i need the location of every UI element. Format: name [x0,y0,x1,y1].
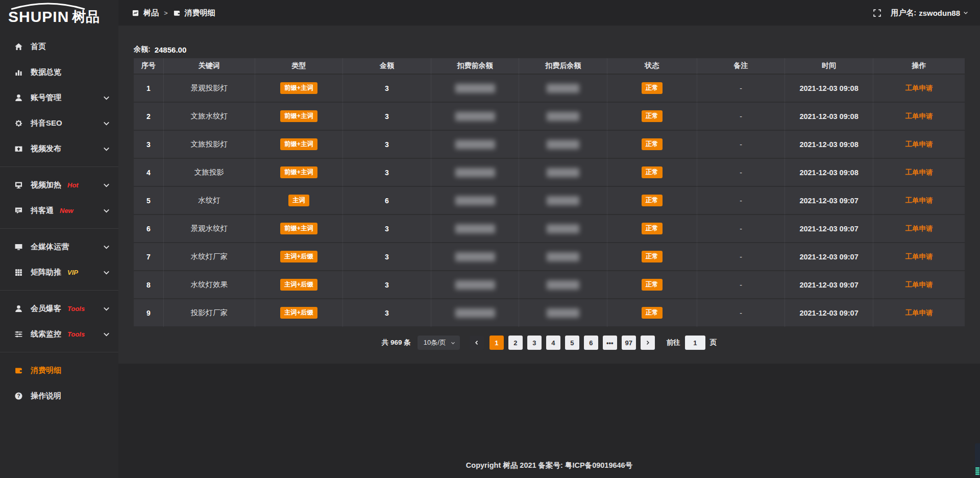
cell-type: 主词+后缀 [255,243,344,271]
page-button-5[interactable]: 5 [565,336,579,350]
sidebar-item-label: 视频加热 [31,180,61,190]
cell-balance-before [431,243,520,271]
cell-index: 3 [134,131,164,159]
sidebar-item-label: 数据总览 [31,67,61,77]
chevron-left-icon [474,340,480,346]
sidebar-item-label: 抖音SEO [31,118,62,128]
cell-index: 4 [134,159,164,187]
page-button-4[interactable]: 4 [546,336,560,350]
table-body: 1景观投影灯前缀+主词3正常-2021-12-03 09:08工单申请2文旅水纹… [134,75,965,327]
page-buttons: 123456•••97 [489,336,636,350]
chevron-right-icon [645,340,651,346]
time-text: 2021-12-03 09:07 [799,197,858,205]
cell-balance-before [431,159,520,187]
user-menu[interactable]: 用户名: zswodun88 [891,8,969,18]
status-badge: 正常 [642,138,663,151]
cell-type: 前缀+主词 [255,75,344,103]
cell-time: 2021-12-03 09:08 [785,131,873,159]
username-value: zswodun88 [919,9,960,17]
brand-logo[interactable]: SHUPIN 树品 [0,0,118,34]
sidebar-item-consume-detail[interactable]: 消费明细 [0,357,118,383]
work-order-link[interactable]: 工单申请 [905,225,933,232]
table-row: 1景观投影灯前缀+主词3正常-2021-12-03 09:08工单申请 [134,75,965,103]
work-order-link[interactable]: 工单申请 [905,197,933,204]
work-order-link[interactable]: 工单申请 [905,309,933,317]
sidebar-item-label: 全媒体运营 [31,242,69,252]
keyword-text: 投影灯厂家 [190,308,228,317]
row-index: 9 [146,309,151,317]
cell-keyword: 景观投影灯 [164,75,255,103]
work-order-link[interactable]: 工单申请 [905,140,933,148]
page-button-3[interactable]: 3 [527,336,542,350]
sidebar-item-account-manage[interactable]: 账号管理 [0,85,118,110]
time-text: 2021-12-03 09:07 [799,309,858,317]
page-button-97[interactable]: 97 [622,336,636,350]
row-index: 1 [146,84,151,92]
sidebar-item-matrix-boost[interactable]: 矩阵助推VIP [0,259,118,285]
sidebar-item-label: 账号管理 [31,93,61,103]
cell-balance-before [431,103,520,131]
sidebar-item-operation-guide[interactable]: ?操作说明 [0,383,118,409]
sidebar-item-douketong[interactable]: 抖客通New [0,198,118,223]
work-order-link[interactable]: 工单申请 [905,253,933,260]
keyword-text: 文旅投影 [194,168,224,176]
corner-widget[interactable] [975,443,980,476]
column-header-index: 序号 [134,58,164,75]
table-row: 7水纹灯厂家主词+后缀3正常-2021-12-03 09:07工单申请 [134,243,965,271]
type-badge: 主词+后缀 [280,307,317,319]
cell-index: 5 [134,187,164,215]
sidebar-item-douyin-seo[interactable]: 抖音SEO [0,110,118,136]
goto-label: 前往 [667,338,680,347]
cell-amount: 3 [343,131,431,159]
sliders-icon [14,330,23,339]
cell-type: 主词+后缀 [255,271,344,299]
page-button-2[interactable]: 2 [508,336,523,350]
page-button-6[interactable]: 6 [584,336,598,350]
sidebar-item-member-baoke[interactable]: 会员爆客Tools [0,296,118,321]
status-badge: 正常 [642,195,663,207]
goto-page-input[interactable] [685,336,705,350]
cell-time: 2021-12-03 09:08 [785,75,873,103]
page-button-1[interactable]: 1 [489,336,504,350]
remark-text: - [740,281,742,289]
work-order-link[interactable]: 工单申请 [905,281,933,289]
prev-page-button[interactable] [470,336,484,350]
chevron-down-icon [102,268,111,277]
cell-amount: 3 [343,215,431,243]
sidebar-divider [0,166,118,167]
sidebar-item-label: 抖客通 [31,206,54,216]
time-text: 2021-12-03 09:07 [799,253,858,261]
breadcrumb-item-home[interactable]: 树品 [143,8,159,18]
cell-status: 正常 [607,243,697,271]
question-icon: ? [14,392,23,400]
work-order-link[interactable]: 工单申请 [905,112,933,120]
pagination-bar: 共 969 条 10条/页 123456•••97 前往 [134,336,965,350]
cell-amount: 3 [343,159,431,187]
cell-type: 前缀+主词 [255,131,344,159]
column-header-status: 状态 [607,58,697,75]
row-index: 6 [146,225,151,233]
more-pages-button[interactable]: ••• [603,336,617,350]
sidebar-item-home[interactable]: 首页 [0,34,118,59]
type-badge: 前缀+主词 [280,138,317,151]
sidebar-item-media-operation[interactable]: 全媒体运营 [0,234,118,259]
sidebar-item-video-publish[interactable]: 视频发布 [0,136,118,161]
masked-balance-before [455,252,495,261]
amount-value: 3 [385,84,389,92]
cell-type: 主词 [255,187,344,215]
work-order-link[interactable]: 工单申请 [905,84,933,92]
sidebar-item-label: 线索监控 [31,329,61,339]
next-page-button[interactable] [641,336,655,350]
sidebar-item-label: 视频发布 [31,144,61,154]
cell-status: 正常 [607,215,697,243]
table-row: 4文旅投影前缀+主词3正常-2021-12-03 09:08工单申请 [134,159,965,187]
goto-unit: 页 [710,338,717,347]
page-size-select[interactable]: 10条/页 [418,336,460,350]
grid-icon [14,268,23,277]
sidebar-item-data-overview[interactable]: 数据总览 [0,59,118,85]
fullscreen-icon[interactable] [873,9,881,17]
sidebar-item-clue-monitor[interactable]: 线索监控Tools [0,321,118,347]
work-order-link[interactable]: 工单申请 [905,169,933,176]
cell-action: 工单申请 [873,271,965,299]
sidebar-item-video-heat[interactable]: 视频加热Hot [0,172,118,198]
